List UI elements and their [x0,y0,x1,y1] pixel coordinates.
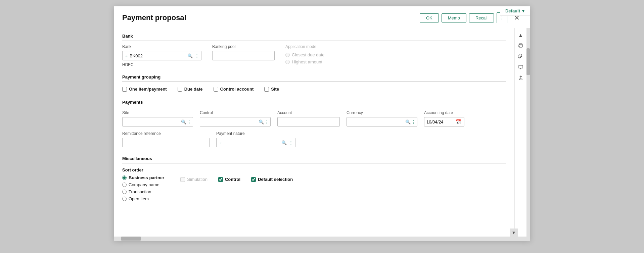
cb-simulation[interactable]: Simulation [180,177,208,182]
sort-order-col: Sort order Business partner Company name [122,167,164,201]
comment-icon[interactable] [516,62,525,72]
remittance-reference-input[interactable] [122,138,210,147]
radio-closest-due-date[interactable]: Closest due date [285,52,325,57]
bank-search-icon[interactable]: 🔍 [187,53,193,58]
chevron-down-icon: ▾ [522,8,524,13]
payment-nature-search-icon[interactable]: 🔍 [281,140,287,145]
bank-value-input[interactable] [130,53,186,58]
svg-point-3 [522,45,522,46]
payment-nature-field-col: Payment nature → 🔍 ⋮ [216,131,295,147]
bottom-scroll-thumb[interactable] [121,237,141,241]
scroll-thumb[interactable] [526,48,530,75]
control-input[interactable]: 🔍 ⋮ [200,117,271,127]
control-more-icon[interactable]: ⋮ [265,119,269,124]
payment-nature-arrow-icon: → [218,140,222,145]
accounting-date-label: Accounting date [424,110,464,115]
radio-transaction[interactable]: Transaction [122,189,164,194]
payment-nature-value-input[interactable] [224,140,280,145]
currency-input[interactable]: 🔍 ⋮ [347,117,417,127]
cb-control[interactable]: Control [218,177,240,182]
control-label: Control [200,110,271,115]
cb-due-date-input[interactable] [178,87,182,92]
cb-control-account[interactable]: Control account [214,87,254,92]
site-more-icon[interactable]: ⋮ [187,119,191,124]
control-misc-label: Control [225,177,240,182]
default-dropdown[interactable]: Default ▾ [500,6,530,16]
accounting-date-field-col: Accounting date 📅 [424,110,464,127]
radio-highest-amount[interactable]: Highest amount [285,59,325,64]
simulation-label: Simulation [187,177,208,182]
site-search-icon[interactable]: 🔍 [181,119,186,124]
bank-more-icon[interactable]: ⋮ [194,53,200,58]
attachment-icon[interactable] [516,52,525,61]
default-selection-label: Default selection [258,177,293,182]
control-search-icon[interactable]: 🔍 [259,119,264,124]
cb-one-item-payment[interactable]: One item/payment [122,87,167,92]
remittance-reference-label: Remittance reference [122,131,210,136]
payment-nature-more-icon[interactable]: ⋮ [288,140,294,145]
modal-content: Bank Bank → 🔍 ⋮ HDFC [114,28,514,237]
bank-label: Bank [122,44,201,49]
currency-search-icon[interactable]: 🔍 [405,119,411,124]
cb-site-input[interactable] [264,87,269,92]
backdrop: Default ▾ Payment proposal OK Memo Recal… [0,0,644,253]
scroll-down-arrow[interactable]: ▼ [510,229,518,237]
payment-nature-label: Payment nature [216,131,295,136]
control-value-input[interactable] [201,119,258,124]
bank-fields: Bank → 🔍 ⋮ HDFC Banking pool [122,44,506,67]
application-mode-group: Application mode Closest due date Highes… [285,44,325,64]
accounting-date-value[interactable] [426,119,453,124]
payment-grouping-section-header: Payment grouping [122,69,506,82]
share-icon[interactable] [516,73,525,83]
bank-input[interactable]: → 🔍 ⋮ [122,51,201,60]
payment-nature-input[interactable]: → 🔍 ⋮ [216,138,295,147]
default-label: Default [505,8,520,13]
payments-fields-row: Site 🔍 ⋮ Control 🔍 ⋮ [122,110,506,127]
banking-pool-input[interactable] [212,51,275,60]
print-icon[interactable] [516,41,525,50]
banking-pool-field-group: Banking pool [212,44,275,60]
cb-due-date[interactable]: Due date [178,87,203,92]
calendar-icon[interactable]: 📅 [455,119,461,124]
account-label: Account [277,110,340,115]
site-label: Site [122,110,193,115]
scrollbar[interactable] [526,28,530,237]
scroll-up-icon[interactable]: ▲ [516,30,525,40]
recall-button[interactable]: Recall [469,13,494,22]
cb-simulation-input[interactable] [180,177,185,182]
cb-default-selection-input[interactable] [251,177,256,182]
transaction-label: Transaction [129,189,151,194]
sort-order-label: Sort order [122,167,143,172]
bottom-scrollbar[interactable] [114,237,530,241]
cb-default-selection[interactable]: Default selection [251,177,293,182]
cb-control-misc-input[interactable] [218,177,223,182]
radio-company-name[interactable]: Company name [122,182,164,187]
memo-button[interactable]: Memo [442,13,466,22]
site-input[interactable]: 🔍 ⋮ [122,117,193,127]
radio-open-item[interactable]: Open item [122,196,164,201]
banking-pool-label: Banking pool [212,44,275,49]
modal-body: Bank Bank → 🔍 ⋮ HDFC [114,28,530,237]
currency-value-input[interactable] [348,119,405,124]
bank-section-header: Bank [122,28,506,41]
cb-site[interactable]: Site [264,87,279,92]
radio-business-partner[interactable]: Business partner [122,175,164,180]
payments-section-header: Payments [122,94,506,107]
sort-order-radios: Business partner Company name Transactio… [122,175,164,201]
cb-one-item-payment-input[interactable] [122,87,127,92]
ok-button[interactable]: OK [420,13,439,22]
business-partner-label: Business partner [129,175,164,180]
company-name-label: Company name [129,182,159,187]
grouping-checkboxes-row: One item/payment Due date Control accoun… [122,87,506,92]
control-field-col: Control 🔍 ⋮ [200,110,271,127]
right-toolbar: ▲ [514,28,526,237]
currency-label: Currency [347,110,417,115]
accounting-date-input[interactable]: 📅 [424,117,464,127]
site-value-input[interactable] [124,119,180,124]
app-mode-radios: Closest due date Highest amount [285,52,325,64]
cb-control-account-input[interactable] [214,87,218,92]
modal-window: Default ▾ Payment proposal OK Memo Recal… [114,6,530,241]
sort-order-row: Sort order Business partner Company name [122,167,506,201]
account-input[interactable] [277,117,340,127]
currency-more-icon[interactable]: ⋮ [411,119,416,124]
